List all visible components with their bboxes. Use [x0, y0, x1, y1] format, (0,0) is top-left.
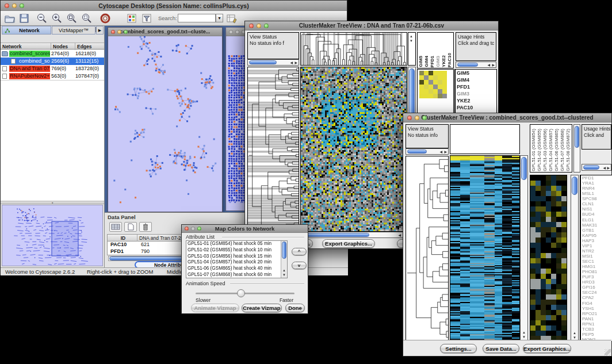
heatmap-canvas[interactable] — [301, 67, 407, 231]
gene-label[interactable]: SPC98 — [581, 196, 612, 201]
scroll-thumb[interactable] — [282, 242, 286, 259]
settings-button[interactable]: Settings... — [440, 344, 477, 353]
filter-icon[interactable] — [141, 13, 152, 24]
gene-label[interactable]: RPN1 — [581, 321, 612, 327]
search-input[interactable] — [178, 14, 216, 22]
array-column-label[interactable]: GPL51-04 (GSM857) — [548, 129, 554, 171]
resize-grip[interactable] — [605, 349, 611, 355]
scroll-thumb[interactable] — [301, 233, 369, 237]
array-column-label[interactable]: GPL51-07 (GSM868) — [560, 129, 565, 171]
zoomview-matrix[interactable] — [419, 71, 447, 98]
matrix-cell[interactable] — [419, 94, 424, 98]
tab-vizmapper[interactable]: VizMapper™ — [52, 26, 95, 35]
save-icon[interactable] — [18, 13, 30, 24]
matrix-cell[interactable] — [438, 85, 442, 89]
header-id[interactable]: ID — [108, 235, 137, 242]
dialog-titlebar[interactable]: Map Colors to Network — [182, 225, 308, 233]
network-row[interactable]: combined_scores 2764(0) 16218(0) — [1, 50, 104, 58]
gene-label[interactable]: YSH1 — [581, 306, 612, 311]
minimize-button[interactable] — [117, 30, 121, 34]
scroll-down-arrow[interactable]: ▼ — [522, 335, 526, 339]
column-dendrogram-canvas[interactable] — [301, 33, 407, 65]
matrix-cell[interactable] — [438, 94, 442, 98]
matrix-cell[interactable] — [438, 75, 442, 80]
matrix-cell[interactable] — [433, 75, 438, 80]
matrix-cell[interactable] — [442, 71, 447, 75]
treeview2-titlebar[interactable]: ClusterMaker TreeView : combined_scores_… — [403, 113, 611, 122]
matrix-cell[interactable] — [424, 89, 429, 94]
scroll-up-arrow[interactable]: ▲ — [573, 331, 576, 335]
attribute-item[interactable]: GPL51-01 (GSM854) heat shock 05 min — [186, 241, 287, 247]
scroll-right-arrow[interactable]: ▶ — [444, 150, 447, 154]
scroll-up-arrow[interactable]: ▲ — [410, 34, 413, 39]
column-labels-vscrollbar[interactable] — [573, 124, 580, 173]
export-graphics-button[interactable]: Export Graphics... — [523, 344, 571, 353]
gene-label[interactable]: HRD3 — [581, 279, 612, 285]
close-button[interactable] — [407, 116, 412, 120]
zoom-fit-icon[interactable] — [66, 13, 78, 24]
matrix-cell[interactable] — [429, 80, 433, 85]
minimize-button[interactable] — [415, 116, 419, 120]
zoom-button[interactable] — [124, 30, 128, 34]
gene-row-label[interactable]: YKE2 — [456, 97, 496, 104]
gene-label[interactable]: PAN1 — [581, 316, 612, 321]
zoomview-vscrollbar[interactable]: ▲ ▼ — [571, 175, 579, 342]
matrix-cell[interactable] — [433, 89, 438, 94]
matrix-cell[interactable] — [442, 75, 447, 80]
gene-label[interactable]: VIP1 — [581, 243, 612, 248]
attribute-item[interactable]: GPL51-07 (GSM868) heat shock 60 min — [186, 272, 287, 278]
matrix-cell[interactable] — [419, 71, 424, 75]
minimize-button[interactable] — [191, 227, 195, 231]
network-window-1-titlebar[interactable]: combined_scores_good.txt--cluste... — [108, 28, 222, 36]
gene-label[interactable]: MAK31 — [581, 223, 612, 228]
minimize-button[interactable] — [12, 3, 17, 8]
zoomview-heatmap-canvas[interactable] — [530, 175, 567, 341]
row-dendrogram-panel[interactable] — [247, 67, 299, 235]
gene-label[interactable]: GPI16 — [581, 285, 612, 290]
matrix-cell[interactable] — [438, 89, 442, 94]
attribute-item[interactable]: GPL51-03 (GSM856) heat shock 15 min — [186, 254, 287, 260]
gene-label[interactable]: PFD1 — [581, 175, 612, 181]
close-button[interactable] — [5, 3, 9, 8]
gene-row-label[interactable]: PAC10 — [456, 104, 496, 111]
done-button[interactable]: Done — [285, 304, 305, 312]
network-row[interactable]: RNAPuberNov2+ 563(0) 107847(0) — [1, 72, 104, 80]
row-dendrogram-panel[interactable] — [406, 156, 449, 341]
matrix-cell[interactable] — [419, 85, 424, 89]
network-overview-panel[interactable] — [2, 205, 103, 266]
view-status-hscrollbar[interactable]: ◀ ▶ — [247, 59, 299, 66]
matrix-cell[interactable] — [429, 75, 433, 80]
gene-label[interactable]: HAP3 — [581, 238, 612, 243]
network-overview-canvas[interactable] — [2, 205, 102, 266]
gene-row-label[interactable]: GIM4 — [456, 76, 496, 83]
scroll-right-arrow[interactable]: ▶ — [492, 63, 495, 67]
vizmapper-icon[interactable] — [126, 13, 137, 24]
treeview1-titlebar[interactable]: ClusterMaker TreeView : DNA and Tran 07-… — [245, 21, 498, 30]
gene-label[interactable]: FIG4 — [581, 301, 612, 306]
gene-label[interactable]: BUD4 — [581, 212, 612, 217]
speed-slider-track[interactable] — [196, 293, 294, 294]
scroll-right-arrow[interactable]: ▶ — [294, 60, 297, 65]
search-dropdown-arrow[interactable]: ▼ — [216, 14, 223, 22]
matrix-cell[interactable] — [433, 94, 438, 98]
array-column-label[interactable]: GPL51-02 (GSM855) — [537, 129, 542, 171]
move-up-button[interactable]: ^ — [292, 248, 307, 255]
scroll-thumb[interactable] — [457, 63, 478, 67]
gene-label[interactable]: NIS1 — [581, 206, 612, 212]
array-column-label[interactable]: GPL51-03 (GSM856) — [542, 129, 548, 171]
attribute-item[interactable]: GPL51-04 (GSM857) heat shock 20 min — [186, 259, 287, 266]
gene-column-label[interactable]: GIM5 — [418, 56, 424, 67]
gene-label[interactable]: SEC24 — [581, 290, 612, 295]
array-column-label[interactable]: GPL51-01 (GSM854) — [531, 129, 537, 171]
gene-label[interactable]: PUF3 — [581, 274, 612, 279]
zoom-button[interactable] — [197, 227, 201, 231]
delete-attribute-trash-icon[interactable] — [139, 222, 152, 232]
gene-label[interactable]: NTR2 — [581, 248, 612, 254]
matrix-cell[interactable] — [433, 71, 438, 75]
matrix-cell[interactable] — [419, 80, 424, 85]
gene-label[interactable]: YRA1 — [581, 181, 612, 186]
row-dendrogram-canvas[interactable] — [406, 156, 448, 340]
network-row[interactable]: DNA and Tran 07 769(0) 183728(0) — [1, 65, 104, 72]
usage-hints-hscrollbar[interactable]: ◀ ▶ — [456, 62, 496, 68]
array-column-label[interactable]: GPL51-08 (GSM872) — [565, 129, 571, 171]
